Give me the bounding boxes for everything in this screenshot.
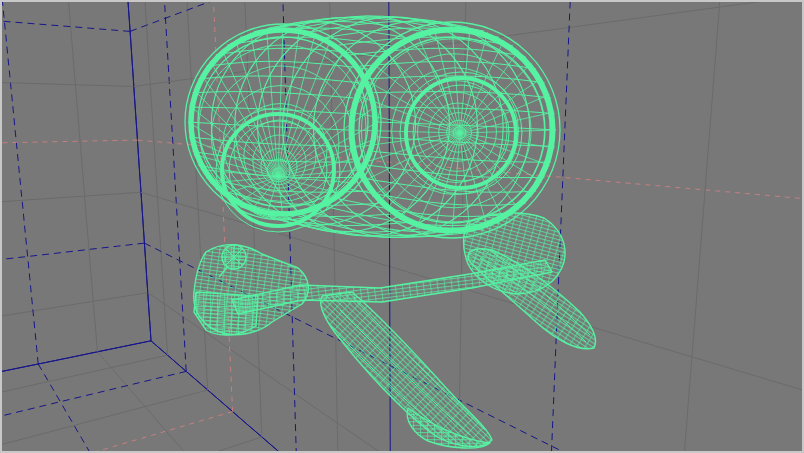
barrel-stand[interactable] <box>194 213 596 448</box>
grid-left-wall <box>2 2 151 451</box>
scene-svg <box>2 2 802 451</box>
viewport-3d[interactable] <box>0 0 804 453</box>
barrel-wireframe-model[interactable] <box>185 16 595 448</box>
